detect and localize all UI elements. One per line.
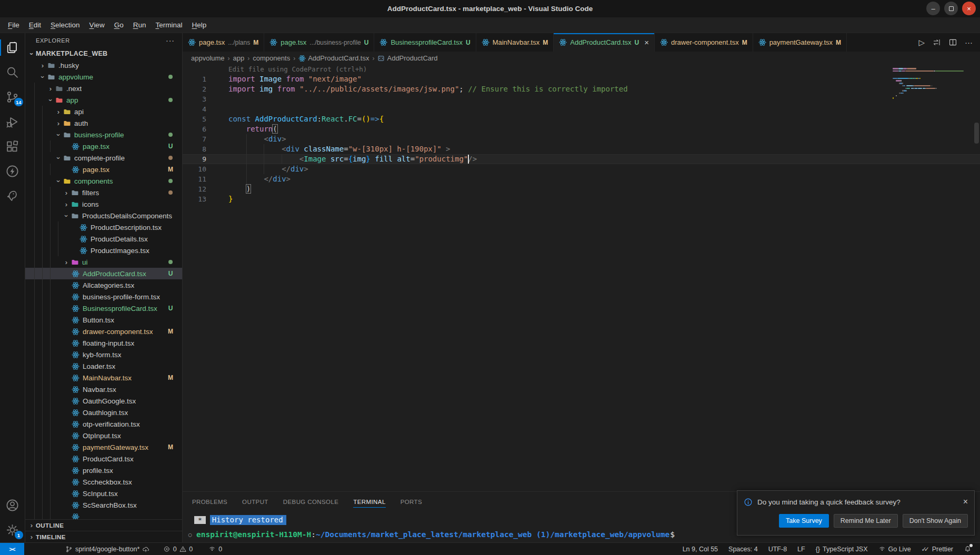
breadcrumb-item[interactable]: AddProductCard.tsx [298, 54, 369, 62]
notif-button-remind-me-later[interactable]: Remind Me Later [834, 514, 898, 528]
notification-close-icon[interactable]: × [963, 497, 968, 507]
remote-indicator[interactable]: >< [0, 543, 24, 555]
open-changes-icon[interactable] [932, 38, 941, 47]
notifications-bell[interactable] [961, 543, 975, 555]
notif-button-take-survey[interactable]: Take Survey [779, 514, 829, 528]
tree-item-appvolume[interactable]: ›appvolume [25, 71, 182, 83]
tab-mainnavbar-tsx[interactable]: MainNavbar.tsxM [476, 33, 554, 52]
tab-close-icon[interactable]: × [644, 38, 649, 47]
tree-item-business-profile[interactable]: ›business-profile [25, 129, 182, 140]
tree-item-button-tsx[interactable]: Button.tsx [25, 314, 182, 326]
breadcrumb-item[interactable]: AddProductCard [377, 54, 437, 62]
panel-tab-debug-console[interactable]: DEBUG CONSOLE [283, 492, 339, 512]
eol-sequence[interactable]: LF [794, 543, 808, 555]
tab-page-tsx[interactable]: page.tsx.../business-profileU [264, 33, 374, 52]
split-editor-icon[interactable] [948, 38, 957, 47]
tree-item-filters[interactable]: ›filters [25, 187, 182, 198]
tree-item-oauthlogin-tsx[interactable]: Oauthlogin.tsx [25, 407, 182, 418]
close-button[interactable]: × [962, 2, 976, 15]
tree-item-loader-tsx[interactable]: Loader.tsx [25, 360, 182, 372]
breadcrumb-item[interactable]: app [233, 54, 245, 62]
tree-item-productdescription-tsx[interactable]: ProductDescription.tsx [25, 221, 182, 233]
run-debug-icon[interactable] [0, 109, 25, 134]
language-mode[interactable]: {}TypeScript JSX [813, 543, 871, 555]
prettier[interactable]: ✓✓Prettier [918, 543, 956, 555]
tree-root[interactable]: ›MARKETPLACE_WEB [25, 48, 182, 59]
tree-item-page-tsx[interactable]: page.tsxU [25, 140, 182, 152]
more-actions-icon[interactable]: ··· [965, 38, 973, 47]
minimize-button[interactable]: – [926, 2, 940, 15]
tree-item-allcategories-tsx[interactable]: Allcategories.tsx [25, 279, 182, 291]
tree-item-kyb-form-tsx[interactable]: kyb-form.tsx [25, 349, 182, 360]
tree-item-drawer-component-tsx[interactable]: drawer-component.tsxM [25, 326, 182, 337]
panel-tab-terminal[interactable]: TERMINAL [353, 492, 385, 512]
broadcast-status[interactable]: 0 [205, 543, 225, 555]
problems-status[interactable]: 00 [160, 543, 196, 555]
panel-tab-problems[interactable]: PROBLEMS [192, 492, 227, 512]
menu-item-run[interactable]: Run [128, 19, 151, 31]
tree-item-otp-verification-tsx[interactable]: otp-verification.tsx [25, 418, 182, 430]
account-icon[interactable] [0, 493, 25, 518]
tab-page-tsx[interactable]: page.tsx.../plansM [183, 33, 264, 52]
tree-item-sccheckbox-tsx[interactable]: Sccheckbox.tsx [25, 476, 182, 488]
tree-item-components[interactable]: ›components [25, 175, 182, 187]
code-editor[interactable]: Edit file using CodeParrot (ctrl+h)1impo… [183, 65, 980, 491]
codeparrot-icon[interactable] [0, 184, 25, 208]
tree-item-api[interactable]: ›api [25, 106, 182, 117]
tree-item[interactable] [25, 511, 182, 519]
tree-item-ui[interactable]: ›ui [25, 256, 182, 268]
tab-addproductcard-tsx[interactable]: AddProductCard.tsxU× [554, 33, 655, 52]
menu-item-help[interactable]: Help [187, 19, 211, 31]
editor-scrollbar[interactable] [974, 123, 979, 144]
extensions-icon[interactable] [0, 134, 25, 159]
tree-item--next[interactable]: ›.next [25, 83, 182, 94]
search-icon[interactable] [0, 60, 25, 85]
menu-item-file[interactable]: File [3, 19, 24, 31]
encoding[interactable]: UTF-8 [765, 543, 790, 555]
panel-tab-ports[interactable]: PORTS [401, 492, 422, 512]
tab-businessprofilecard-tsx[interactable]: BusinessprofileCard.tsxU [374, 33, 476, 52]
tree-item-floating-input-tsx[interactable]: floating-input.tsx [25, 337, 182, 349]
branch-status[interactable]: sprint4/google-button* [62, 543, 153, 555]
tab-paymentgateway-tsx[interactable]: paymentGateway.tsxM [753, 33, 847, 52]
run-icon[interactable]: ▷ [918, 38, 925, 47]
menu-item-view[interactable]: View [85, 19, 109, 31]
tree-item-business-profile-form-tsx[interactable]: business-profile-form.tsx [25, 291, 182, 302]
cursor-position[interactable]: Ln 9, Col 55 [679, 543, 721, 555]
tree-item-productdetails-tsx[interactable]: ProductDetails.tsx [25, 233, 182, 245]
explorer-more-actions[interactable]: ··· [166, 36, 175, 45]
tree-item-complete-profile[interactable]: ›complete-profile [25, 152, 182, 164]
tree-item-profile-tsx[interactable]: profile.tsx [25, 465, 182, 476]
panel-tab-output[interactable]: OUTPUT [242, 492, 268, 512]
tree-item-productimages-tsx[interactable]: ProductImages.tsx [25, 245, 182, 256]
maximize-button[interactable] [944, 2, 958, 15]
tree-item-icons[interactable]: ›icons [25, 198, 182, 210]
tree-item-paymentgateway-tsx[interactable]: paymentGateway.tsxM [25, 441, 182, 453]
go-live[interactable]: Go Live [875, 543, 914, 555]
tree-item-scsearchbox-tsx[interactable]: ScSearchBox.tsx [25, 499, 182, 511]
tree-item-auth[interactable]: ›auth [25, 117, 182, 129]
timeline-section[interactable]: › TIMELINE [25, 531, 182, 542]
tree-item-otpinput-tsx[interactable]: OtpInput.tsx [25, 430, 182, 441]
breadcrumb-item[interactable]: appvolume [191, 54, 225, 62]
settings-gear-icon[interactable]: 1 [0, 518, 25, 542]
tree-item-addproductcard-tsx[interactable]: AddProductCard.tsxU [25, 268, 182, 279]
breadcrumb-item[interactable]: components [253, 54, 290, 62]
tree-item-businessprofilecard-tsx[interactable]: BusinessprofileCard.tsxU [25, 302, 182, 314]
tab-drawer-component-tsx[interactable]: drawer-component.tsxM [655, 33, 753, 52]
source-control-icon[interactable]: 14 [0, 85, 25, 109]
tree-item-app[interactable]: ›app [25, 94, 182, 106]
menu-item-edit[interactable]: Edit [24, 19, 46, 31]
menu-item-selection[interactable]: Selection [46, 19, 85, 31]
tree-item--husky[interactable]: ›.husky [25, 59, 182, 71]
notif-button-don-t-show-again[interactable]: Don't Show Again [903, 514, 968, 528]
files-icon[interactable] [0, 35, 25, 60]
tree-item-mainnavbar-tsx[interactable]: MainNavbar.tsxM [25, 372, 182, 384]
indentation[interactable]: Spaces: 4 [725, 543, 761, 555]
outline-section[interactable]: › OUTLINE [25, 519, 182, 531]
menu-item-go[interactable]: Go [109, 19, 128, 31]
tree-item-oauthgoogle-tsx[interactable]: OauthGoogle.tsx [25, 395, 182, 407]
tree-item-scinput-tsx[interactable]: ScInput.tsx [25, 488, 182, 499]
menu-item-terminal[interactable]: Terminal [151, 19, 187, 31]
tree-item-productcard-tsx[interactable]: ProductCard.tsx [25, 453, 182, 465]
